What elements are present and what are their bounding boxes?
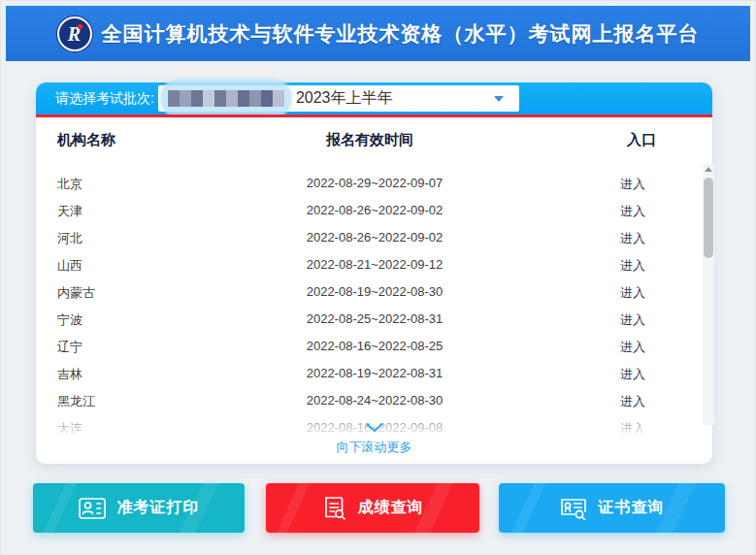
region-name: 宁波 [57, 311, 82, 329]
batch-selected-value: 2023年上半年 [296, 88, 393, 109]
table-header-row: 机构名称 报名有效时间 入口 [36, 131, 712, 154]
admission-ticket-print-button[interactable]: 准考证打印 [33, 483, 245, 533]
page-background: R 全国计算机技术与软件专业技术资格（水平）考试网上报名平台 请选择考试批次: … [0, 0, 756, 555]
redacted-text-block [168, 90, 284, 107]
app-header: R 全国计算机技术与软件专业技术资格（水平）考试网上报名平台 [6, 6, 750, 61]
enter-link[interactable]: 进入 [620, 230, 645, 247]
registration-period: 2022-08-26~2022-09-02 [234, 203, 515, 217]
page-title: 全国计算机技术与软件专业技术资格（水平）考试网上报名平台 [102, 20, 700, 48]
table-row: 山西 2022-08-21~2022-09-12 进入 [36, 250, 696, 278]
enter-link[interactable]: 进入 [620, 284, 645, 302]
table-row: 宁波 2022-08-25~2022-08-31 进入 [36, 305, 696, 332]
registration-period: 2022-08-19~2022-08-31 [234, 366, 515, 380]
scroll-more-link[interactable]: 向下滚动更多 [37, 439, 711, 456]
enter-link[interactable]: 进入 [620, 176, 645, 193]
admission-ticket-print-label: 准考证打印 [117, 498, 200, 518]
table-row: 天津 2022-08-26~2022-09-02 进入 [36, 196, 696, 223]
scrollbar-thumb[interactable] [704, 178, 713, 258]
registration-period: 2022-08-19~2022-08-30 [234, 284, 515, 299]
column-header-entry: 入口 [627, 131, 656, 149]
region-name: 河北 [57, 230, 82, 247]
scroll-more-area: 向下滚动更多 [37, 406, 711, 464]
registration-period: 2022-08-25~2022-08-31 [234, 311, 515, 326]
chevron-down-icon[interactable] [494, 96, 504, 102]
table-row: 内蒙古 2022-08-19~2022-08-30 进入 [36, 278, 696, 305]
certificate-query-label: 证书查询 [599, 498, 665, 518]
score-query-button[interactable]: 成绩查询 [266, 483, 479, 533]
certificate-search-icon [560, 497, 587, 520]
registration-period: 2022-08-29~2022-09-07 [234, 176, 515, 190]
enter-link[interactable]: 进入 [620, 366, 645, 383]
region-name: 辽宁 [57, 339, 82, 356]
enter-link[interactable]: 进入 [620, 203, 645, 220]
chevron-down-icon[interactable] [366, 423, 383, 432]
region-name: 吉林 [57, 366, 82, 383]
column-header-time: 报名有效时间 [326, 131, 413, 149]
exam-batch-card: 请选择考试批次: 2023年上半年 机构名称 报名有效时间 入口 北京 2022… [36, 82, 712, 464]
action-buttons-row: 准考证打印 成绩查询 [33, 483, 725, 533]
region-name: 内蒙古 [57, 284, 95, 302]
registration-period: 2022-08-26~2022-09-02 [234, 230, 515, 245]
registration-period: 2022-08-21~2022-09-12 [234, 257, 515, 272]
batch-select-label: 请选择考试批次: [55, 90, 154, 108]
enter-link[interactable]: 进入 [620, 257, 645, 275]
certificate-query-button[interactable]: 证书查询 [499, 483, 725, 533]
scrollbar-up-arrow-icon[interactable] [705, 167, 712, 172]
table-row: 辽宁 2022-08-16~2022-08-25 进入 [36, 332, 696, 359]
region-table: 北京 2022-08-29~2022-09-07 进入 天津 2022-08-2… [36, 169, 696, 433]
table-row: 北京 2022-08-29~2022-09-07 进入 [36, 169, 696, 196]
red-accent-divider [36, 114, 712, 117]
id-card-person-icon [79, 498, 106, 519]
batch-select-dropdown[interactable]: 2023年上半年 [158, 85, 519, 112]
table-row: 河北 2022-08-26~2022-09-02 进入 [36, 223, 696, 250]
registration-period: 2022-08-16~2022-08-25 [234, 339, 515, 353]
score-query-label: 成绩查询 [358, 498, 424, 518]
enter-link[interactable]: 进入 [620, 339, 645, 356]
batch-select-bar: 请选择考试批次: 2023年上半年 [36, 82, 712, 114]
region-name: 天津 [57, 203, 82, 220]
rankao-logo-icon: R [57, 16, 92, 51]
table-row: 吉林 2022-08-19~2022-08-31 进入 [36, 359, 696, 386]
region-name: 山西 [57, 257, 82, 275]
column-header-org: 机构名称 [57, 131, 115, 149]
enter-link[interactable]: 进入 [620, 311, 645, 329]
document-search-icon [322, 496, 346, 520]
region-name: 北京 [57, 176, 82, 193]
table-scrollbar[interactable] [703, 164, 714, 425]
